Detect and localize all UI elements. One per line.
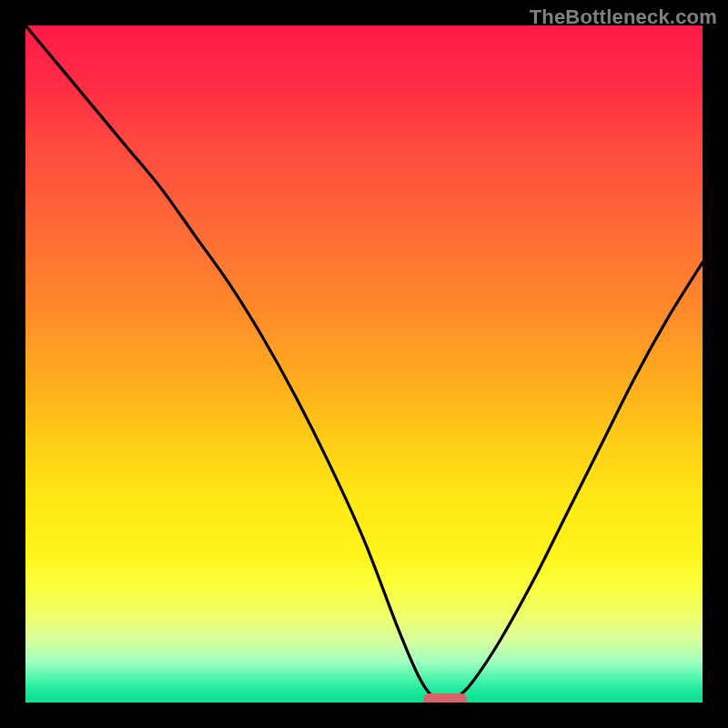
plot-area: [25, 25, 703, 703]
watermark-text: TheBottleneck.com: [530, 5, 717, 29]
chart-frame: TheBottleneck.com: [0, 0, 728, 728]
bottleneck-curve: [25, 25, 703, 703]
minimum-marker: [423, 693, 467, 703]
